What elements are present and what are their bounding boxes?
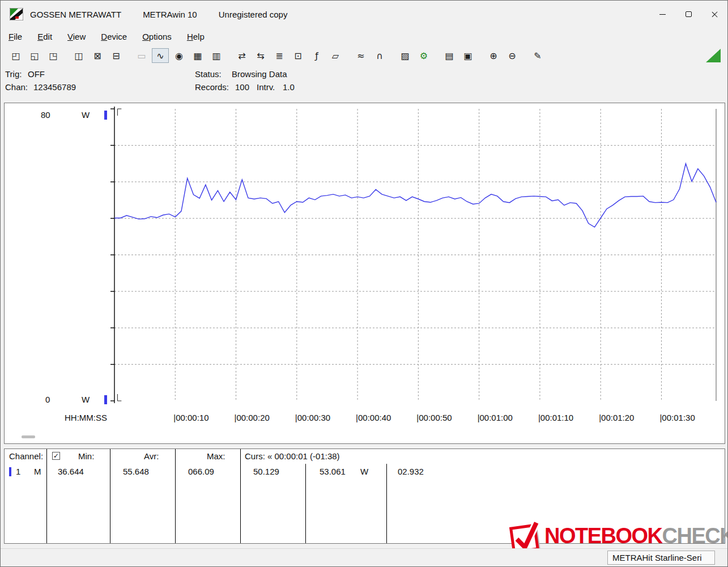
toolbar-group: ◫⊠⊟ <box>70 48 125 63</box>
col-header-max: Max: <box>207 451 225 461</box>
print-preview-icon[interactable]: ▤ <box>441 48 458 63</box>
settings-gear-icon[interactable]: ⚙ <box>415 48 432 63</box>
records-value: 100 <box>235 82 249 92</box>
trigger-value: OFF <box>28 69 45 79</box>
col-header-avr: Avr: <box>144 451 159 461</box>
cell-avr-value: 55.648 <box>123 467 149 476</box>
export-icon[interactable]: ▨ <box>397 48 414 63</box>
bargraph-view-icon[interactable]: ▥ <box>208 48 225 63</box>
channel-color-marker-top <box>104 111 107 120</box>
chart-plot[interactable] <box>5 103 725 443</box>
checkbox-check-icon: ✓ <box>53 452 59 460</box>
app-window: GOSSEN METRAWATT METRAwin 10 Unregistere… <box>0 0 728 567</box>
open-data-icon[interactable]: ◳ <box>45 48 62 63</box>
watermark-text-primary: NOTEBOOK <box>544 524 662 548</box>
interval-label: Intrv. <box>257 82 275 92</box>
menu-help[interactable]: Help <box>187 32 205 41</box>
card-eject-icon[interactable]: ⊟ <box>108 48 125 63</box>
device-name-box: METRAHit Starline-Seri <box>607 551 715 565</box>
table-divider <box>110 449 110 543</box>
maximize-icon <box>686 11 692 17</box>
table-divider <box>240 449 241 543</box>
watermark-text-secondary: CHECK <box>662 524 728 548</box>
open-setup-icon[interactable]: ◰ <box>7 48 24 63</box>
cell-min-value: 36.644 <box>58 467 84 476</box>
toolbar-group: ▨⚙ <box>397 48 432 63</box>
formula-icon[interactable]: ƒ <box>308 48 325 63</box>
menu-device[interactable]: Device <box>101 32 127 41</box>
print-icon[interactable]: ▣ <box>459 48 476 63</box>
status-info-panel: Trig: OFF Chan: 123456789 Status: Browsi… <box>1 66 727 99</box>
minimize-icon <box>659 14 666 15</box>
save-setup-icon[interactable]: ◱ <box>26 48 43 63</box>
toolbar-group: ▤▣ <box>441 48 476 63</box>
power-trace-line <box>114 164 716 227</box>
col-header-channel: Channel: <box>9 451 43 461</box>
table-view-icon[interactable]: ▦ <box>189 48 206 63</box>
receive-from-device-icon[interactable]: ⇆ <box>252 48 269 63</box>
envelope-icon[interactable]: ∩ <box>371 48 388 63</box>
card-read-icon[interactable]: ◫ <box>70 48 87 63</box>
card-erase-icon[interactable]: ⊠ <box>89 48 106 63</box>
table-divider <box>46 449 47 543</box>
menu-view[interactable]: View <box>67 32 86 41</box>
status-label: Status: <box>195 69 222 79</box>
resize-grip-icon[interactable] <box>706 49 721 62</box>
cell-unit: W <box>360 467 368 476</box>
close-icon <box>711 11 718 18</box>
table-divider <box>386 464 387 543</box>
cell-max-value: 066.09 <box>188 467 214 476</box>
col-header-cursor: Curs: « 00:00:01 (-01:38) <box>245 451 340 461</box>
app-logo-icon <box>10 8 23 20</box>
send-to-device-icon[interactable]: ⇄ <box>233 48 250 63</box>
y-axis-unit-top: W <box>82 110 90 120</box>
y-axis-max-label: 80 <box>41 110 50 120</box>
memory-read-icon[interactable]: ≣ <box>271 48 288 63</box>
cell-cursor2-value: 53.061 <box>320 467 346 476</box>
status-value: Browsing Data <box>232 69 287 79</box>
menubar: FileEditViewDeviceOptionsHelp <box>1 28 727 45</box>
channel-visibility-checkbox[interactable]: ✓ <box>52 452 60 460</box>
analog-view-icon[interactable]: ◉ <box>171 48 188 63</box>
monitor-view-icon[interactable]: ⊡ <box>290 48 306 63</box>
titlebar-license-notice: Unregistered copy <box>219 10 288 19</box>
y-axis-unit-bottom: W <box>82 395 90 404</box>
numeric-view-icon: ▭ <box>133 48 150 63</box>
toolbar-group: ▭∿◉▦▥ <box>133 48 225 63</box>
maximize-button[interactable] <box>675 1 701 28</box>
chart-panel: 80 W 0 W HH:MM:SS |00:00:10|00:00:20|00:… <box>4 103 725 444</box>
titlebar-product-name: METRAwin 10 <box>143 10 197 19</box>
menu-options[interactable]: Options <box>142 32 172 41</box>
toolbar-group: ≈∩ <box>352 48 388 63</box>
toolbar-group: ⇄⇆≣⊡ƒ▱ <box>233 48 344 63</box>
records-label: Records: <box>195 82 229 92</box>
toolbar-group: ✎ <box>529 48 546 63</box>
cell-channel-mode: M <box>34 467 41 476</box>
titlebar: GOSSEN METRAWATT METRAwin 10 Unregistere… <box>1 1 727 28</box>
interval-value: 1.0 <box>283 82 295 92</box>
channel-color-marker-bottom <box>104 395 107 404</box>
menu-edit[interactable]: Edit <box>37 32 52 41</box>
channel-label: Chan: <box>5 82 28 92</box>
cell-channel-number: 1 <box>16 467 20 476</box>
window-controls <box>649 1 727 28</box>
annotation-icon[interactable]: ✎ <box>529 48 546 63</box>
minimize-button[interactable] <box>649 1 675 28</box>
col-header-min: Min: <box>78 451 94 461</box>
statusbar: METRAHit Starline-Seri <box>1 548 727 566</box>
table-divider <box>305 464 306 543</box>
close-button[interactable] <box>701 1 727 28</box>
toolbar-group: ⊕⊖ <box>485 48 521 63</box>
zoom-out-icon[interactable]: ⊖ <box>504 48 521 63</box>
table-divider <box>175 449 176 543</box>
dual-trace-icon[interactable]: ≈ <box>352 48 369 63</box>
horizontal-scrollbar-thumb[interactable] <box>22 435 35 438</box>
titlebar-app-name: GOSSEN METRAWATT <box>30 10 121 19</box>
menu-file[interactable]: File <box>8 32 22 41</box>
cell-cursor1-value: 50.129 <box>253 467 279 476</box>
trend-view-icon[interactable]: ∿ <box>152 48 169 63</box>
zoom-in-icon[interactable]: ⊕ <box>485 48 502 63</box>
cell-delta-value: 02.932 <box>398 467 424 476</box>
channel-value: 123456789 <box>33 82 76 92</box>
screen-copy-icon[interactable]: ▱ <box>327 48 344 63</box>
